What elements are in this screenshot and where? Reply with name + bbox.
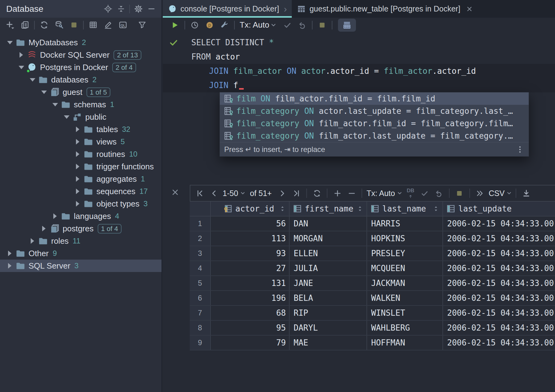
chevron-collapsed-icon[interactable] (39, 224, 49, 234)
export-format-dropdown[interactable]: CSV (487, 189, 513, 198)
cell-actor_id[interactable]: 113 (211, 231, 290, 246)
chevron-collapsed-icon[interactable] (16, 50, 26, 60)
cell-first_name[interactable]: DAN (290, 216, 367, 231)
column-header-actor_id[interactable]: actor_id (211, 202, 290, 216)
cell-first_name[interactable]: MAE (290, 336, 367, 350)
chevron-collapsed-icon[interactable] (73, 149, 83, 159)
completion-item-film-category[interactable]: film_category ON film_actor.last_update … (220, 130, 529, 142)
tab-console[interactable]: console [Postgres in Docker]› (163, 0, 292, 18)
cell-actor_id[interactable]: 196 (211, 291, 290, 305)
sort-icon[interactable] (357, 205, 363, 212)
tree-item-postgres[interactable]: postgres1 of 4 (0, 222, 162, 235)
cell-actor_id[interactable]: 95 (211, 321, 290, 335)
cell-last_name[interactable]: PRESLEY (367, 246, 443, 261)
tree-item-views[interactable]: views5 (0, 136, 162, 148)
tree-item-databases[interactable]: databases2 (0, 74, 162, 86)
row-number[interactable]: 4 (190, 261, 211, 275)
add-row-icon[interactable] (331, 187, 344, 199)
reload-icon[interactable] (310, 187, 324, 199)
chevron-expanded-icon[interactable] (16, 62, 26, 73)
code-line[interactable]: SELECT DISTINCT * (163, 35, 555, 50)
tree-item-aggregates[interactable]: aggregates1 (0, 173, 162, 185)
tree-item-sql-server[interactable]: SQL Server3 (0, 260, 162, 272)
next-page-icon[interactable] (275, 187, 289, 199)
cell-actor_id[interactable]: 68 (211, 306, 290, 320)
cell-last_name[interactable]: WALKEN (367, 291, 443, 305)
download-icon[interactable] (519, 187, 533, 199)
tree-item-sequences[interactable]: sequences17 (0, 185, 162, 198)
tree-item-languages[interactable]: languages4 (0, 210, 162, 222)
in-editor-results-icon[interactable] (338, 19, 356, 32)
row-number[interactable]: 9 (190, 336, 211, 350)
tree-item-other[interactable]: Other9 (0, 247, 162, 260)
statement-executed-check-icon[interactable] (169, 38, 178, 47)
filter-icon[interactable] (135, 19, 149, 31)
chevron-collapsed-icon[interactable] (50, 211, 60, 221)
cell-first_name[interactable]: RIP (290, 306, 367, 320)
cell-last_name[interactable]: WINSLET (367, 306, 443, 320)
postgres-session-icon[interactable]: p (202, 19, 217, 31)
tree-item-docker-sql-server[interactable]: Docker SQL Server2 of 13 (0, 49, 162, 61)
cell-last_update[interactable]: 2006-02-15 04:34:33.00 (443, 246, 555, 261)
code-line[interactable]: FROM actor (163, 50, 555, 64)
cell-actor_id[interactable]: 27 (211, 261, 290, 275)
close-tab-icon[interactable] (466, 5, 473, 13)
cell-last_update[interactable]: 2006-02-15 04:34:33.00 (443, 291, 555, 305)
data-source-properties-icon[interactable] (51, 19, 66, 31)
previous-page-icon[interactable] (207, 187, 221, 199)
cell-last_update[interactable]: 2006-02-15 04:34:33.00 (443, 231, 555, 246)
chevron-expanded-icon[interactable] (39, 87, 49, 97)
tree-item-public[interactable]: public (0, 111, 162, 123)
run-icon[interactable] (168, 19, 182, 31)
completion-item-film-category[interactable]: film_category ON actor.last_update = fil… (220, 105, 529, 117)
cell-actor_id[interactable]: 131 (211, 276, 290, 290)
chevron-collapsed-icon[interactable] (73, 174, 83, 184)
cell-last_update[interactable]: 2006-02-15 04:34:33.00 (443, 321, 555, 335)
chevron-expanded-icon[interactable] (61, 112, 72, 122)
chevron-collapsed-icon[interactable] (27, 236, 38, 246)
edit-icon[interactable] (100, 19, 115, 31)
sort-icon[interactable] (433, 205, 439, 212)
last-page-icon[interactable] (290, 187, 303, 199)
cell-last_name[interactable]: HOFFMAN (367, 336, 443, 350)
chevron-collapsed-icon[interactable] (73, 162, 83, 172)
cell-first_name[interactable]: BELA (290, 291, 367, 305)
cell-last_name[interactable]: HOPKINS (367, 231, 443, 246)
cell-last_update[interactable]: 2006-02-15 04:34:33.00 (443, 216, 555, 231)
code-line[interactable]: JOIN film_actor ON actor.actor_id = film… (163, 64, 555, 78)
collapse-all-icon[interactable] (114, 3, 127, 15)
chevron-collapsed-icon[interactable] (73, 137, 83, 147)
cell-actor_id[interactable]: 93 (211, 246, 290, 261)
cell-actor_id[interactable]: 56 (211, 216, 290, 231)
tree-item-object-types[interactable]: object types3 (0, 198, 162, 210)
tx-mode-dropdown[interactable]: Tx: Auto (365, 189, 403, 198)
chevron-collapsed-icon[interactable] (73, 199, 83, 209)
tree-item-trigger-functions[interactable]: trigger functions (0, 160, 162, 173)
cell-last_name[interactable]: WAHLBERG (367, 321, 443, 335)
chevron-expanded-icon[interactable] (27, 75, 38, 85)
commit-icon[interactable] (280, 19, 295, 31)
chevron-collapsed-icon[interactable] (73, 124, 83, 135)
cell-actor_id[interactable]: 79 (211, 336, 290, 350)
row-number[interactable]: 6 (190, 291, 211, 305)
close-results-icon[interactable] (169, 186, 181, 198)
cell-first_name[interactable]: MORGAN (290, 231, 367, 246)
sort-icon[interactable] (279, 205, 286, 212)
tab-guest-public-new-table[interactable]: guest.public.new_table [Postgres in Dock… (292, 0, 478, 18)
row-number[interactable]: 1 (190, 216, 211, 231)
chevron-expanded-icon[interactable] (50, 100, 60, 110)
cell-last_update[interactable]: 2006-02-15 04:34:33.00 (443, 336, 555, 350)
cell-first_name[interactable]: DARYL (290, 321, 367, 335)
cell-first_name[interactable]: ELLEN (290, 246, 367, 261)
history-icon[interactable] (188, 19, 202, 31)
chevron-collapsed-icon[interactable] (5, 248, 15, 259)
chevron-expanded-icon[interactable] (5, 38, 15, 48)
column-header-first_name[interactable]: first_name (290, 202, 367, 216)
kebab-menu-icon[interactable] (516, 145, 524, 154)
more-chevrons-icon[interactable] (473, 187, 487, 199)
tree-item-schemas[interactable]: schemas1 (0, 98, 162, 111)
row-number[interactable]: 3 (190, 246, 211, 261)
first-page-icon[interactable] (193, 187, 206, 199)
column-header-last_update[interactable]: last_update (443, 202, 555, 216)
row-number[interactable]: 2 (190, 231, 211, 246)
